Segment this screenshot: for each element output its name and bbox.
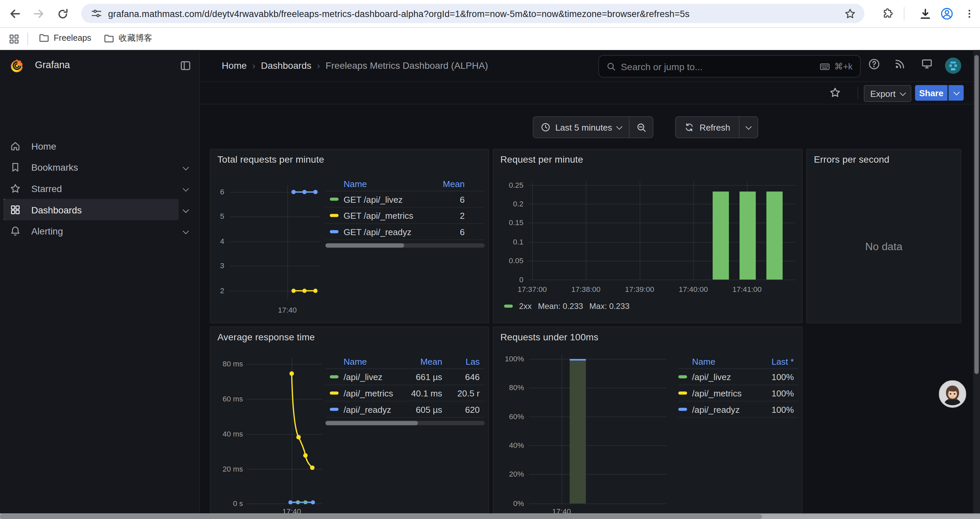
chevron-down-icon[interactable] — [183, 206, 189, 213]
legend-scrollbar[interactable] — [326, 421, 485, 425]
panel-total-requests: Total requests per minute 6 5 4 3 2 17:4… — [210, 149, 489, 323]
series-swatch — [678, 375, 687, 378]
horizontal-scrollbar-thumb[interactable] — [0, 514, 762, 519]
legend[interactable]: 2xx Mean: 0.233 Max: 0.233 — [504, 302, 629, 311]
bookmark-label: Freeleaps — [54, 33, 91, 42]
chevron-down-icon — [746, 123, 752, 129]
legend-col-name[interactable]: Name — [326, 179, 427, 189]
search-placeholder: Search or jump to... — [621, 61, 819, 72]
export-button[interactable]: Export — [864, 85, 911, 102]
series-name: /api/_readyz — [692, 404, 750, 414]
share-button[interactable]: Share — [915, 85, 947, 101]
display-button[interactable] — [918, 55, 935, 72]
bookmark-star-icon[interactable] — [845, 8, 856, 19]
browser-forward-button[interactable] — [30, 5, 48, 22]
floating-assistant-avatar[interactable] — [939, 380, 966, 407]
panel-title[interactable]: Errors per second — [814, 154, 889, 164]
browser-back-button[interactable] — [6, 5, 24, 22]
bookmark-folder-blogs[interactable]: 收藏博客 — [104, 32, 153, 44]
browser-menu-button[interactable] — [961, 5, 978, 22]
bookmarks-divider — [27, 32, 28, 45]
legend-row[interactable]: /api/_metrics 100% — [678, 385, 799, 401]
chevron-down-icon — [953, 89, 960, 95]
series-last: 100% — [750, 388, 794, 398]
legend-col-last[interactable]: Las — [442, 356, 480, 366]
legend-col-last[interactable]: Last * — [750, 356, 794, 366]
sidebar-item-dashboards[interactable]: Dashboards — [4, 199, 178, 220]
series-name: GET /api/_readyz — [344, 227, 427, 237]
series-swatch — [330, 214, 339, 217]
browser-address-bar[interactable]: grafana.mathmast.com/d/deytv4rwavabkb/fr… — [81, 4, 864, 23]
sidebar-item-alerting[interactable]: Alerting — [4, 220, 178, 241]
refresh-button[interactable]: Refresh — [676, 122, 739, 132]
legend-row[interactable]: GET /api/_livez 6 — [326, 192, 485, 208]
legend-row[interactable]: /api/_livez 661 µs 646 — [326, 369, 485, 385]
chevron-down-icon[interactable] — [183, 228, 189, 234]
help-button[interactable] — [865, 55, 882, 72]
keyboard-icon — [819, 61, 830, 72]
bookmark-label: 收藏博客 — [119, 32, 153, 44]
panel-request-per-minute: Request per minute 0.25 0.2 0.15 0.1 0.0… — [493, 149, 803, 323]
series-name: /api/_metrics — [344, 388, 402, 398]
download-icon — [919, 8, 931, 20]
apps-grid-button[interactable] — [5, 30, 22, 48]
browser-toolbar: grafana.mathmast.com/d/deytv4rwavabkb/fr… — [0, 0, 980, 27]
toolbar-divider — [858, 87, 858, 99]
screen: grafana.mathmast.com/d/deytv4rwavabkb/fr… — [0, 0, 980, 519]
profile-button[interactable] — [938, 5, 956, 22]
dock-menu-button[interactable] — [177, 57, 194, 74]
sidebar-item-label: Dashboards — [31, 204, 82, 215]
share-menu-button[interactable] — [948, 85, 964, 101]
bookmark-folder-freeleaps[interactable]: Freeleaps — [39, 32, 91, 43]
legend-scrollbar[interactable] — [326, 243, 485, 248]
reload-icon — [56, 8, 68, 20]
legend-col-mean[interactable]: Mean — [402, 356, 442, 366]
export-label: Export — [870, 88, 896, 99]
sidebar-item-home[interactable]: Home — [4, 135, 178, 156]
brand-name[interactable]: Grafana — [35, 59, 70, 71]
legend-table: Name Last * /api/_livez 100% /api/_metri… — [678, 355, 799, 418]
refresh-label: Refresh — [700, 122, 730, 132]
chevron-down-icon[interactable] — [183, 164, 189, 170]
site-info-icon[interactable] — [91, 8, 102, 19]
legend-row[interactable]: GET /api/_readyz 6 — [326, 224, 485, 240]
legend-row[interactable]: /api/_livez 100% — [678, 369, 799, 385]
sidebar-item-label: Starred — [31, 183, 62, 194]
legend-row[interactable]: GET /api/_metrics 2 — [326, 208, 485, 224]
refresh-interval-button[interactable] — [740, 117, 757, 137]
downloads-button[interactable] — [916, 5, 934, 22]
legend-row[interactable]: /api/_metrics 40.1 ms 20.5 r — [326, 385, 485, 401]
folder-icon — [39, 32, 49, 43]
time-range-picker[interactable]: Last 5 minutes — [533, 122, 629, 132]
breadcrumb-home[interactable]: Home — [222, 60, 247, 71]
breadcrumb-dashboards[interactable]: Dashboards — [261, 60, 311, 71]
chevron-down-icon[interactable] — [183, 185, 189, 192]
time-range-controls: Last 5 minutes — [533, 116, 654, 138]
dashboards-grid-icon — [10, 204, 21, 215]
grafana-logo[interactable] — [10, 58, 24, 73]
legend-row[interactable]: /api/_readyz 100% — [678, 401, 799, 418]
legend-col-mean[interactable]: Mean — [427, 179, 465, 189]
kebab-menu-icon — [964, 9, 974, 19]
grafana-app: Grafana Home Bookmarks Starred — [0, 50, 980, 519]
browser-reload-button[interactable] — [54, 5, 71, 22]
sidebar-item-bookmarks[interactable]: Bookmarks — [4, 156, 178, 178]
series-swatch — [330, 391, 339, 394]
extensions-button[interactable] — [879, 5, 896, 22]
app-header: Home › Dashboards › Freeleaps Metrics Da… — [199, 50, 980, 82]
share-label: Share — [919, 88, 943, 98]
zoom-out-button[interactable] — [630, 117, 653, 137]
request-per-minute-chart[interactable] — [493, 150, 802, 323]
series-swatch — [504, 305, 513, 308]
sidebar: Grafana Home Bookmarks Starred — [0, 50, 200, 519]
sidebar-item-label: Home — [31, 140, 56, 151]
legend-row[interactable]: /api/_readyz 605 µs 620 — [326, 401, 485, 418]
vertical-scrollbar-thumb[interactable] — [974, 55, 978, 374]
legend-col-name[interactable]: Name — [678, 356, 750, 366]
favorite-dashboard-button[interactable] — [826, 84, 843, 101]
sidebar-item-starred[interactable]: Starred — [4, 178, 178, 199]
search-input[interactable]: Search or jump to... ⌘+k — [598, 55, 861, 77]
legend-col-name[interactable]: Name — [326, 356, 402, 366]
news-button[interactable] — [891, 55, 908, 72]
user-avatar[interactable] — [945, 57, 961, 74]
